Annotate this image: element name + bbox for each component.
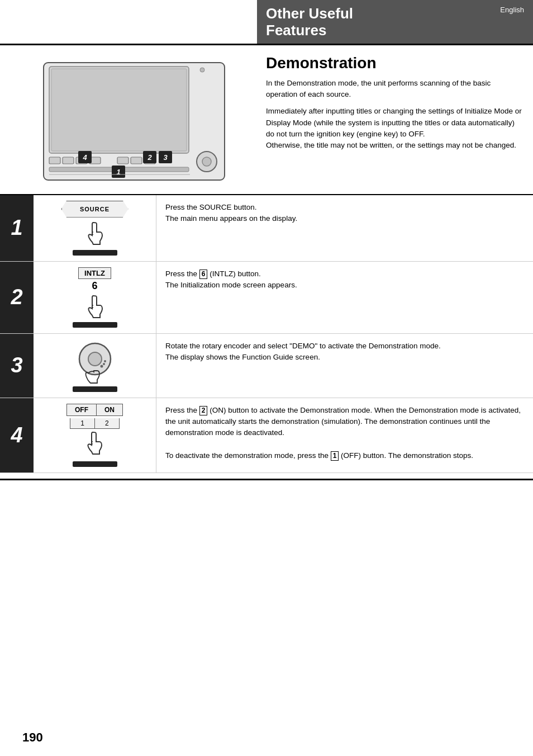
svg-rect-4 <box>49 157 60 164</box>
on-num: 2 <box>95 418 119 428</box>
steps-container: 1 SOURCE Press the SOURCE button.The mai… <box>0 194 533 473</box>
offon-numbers: 1 2 <box>70 418 119 429</box>
header-left-space <box>0 0 257 44</box>
step-4-black-bar <box>73 461 117 467</box>
step-2-description: Press the 6 (INTLZ) button.The Initializ… <box>156 262 533 333</box>
language-label: English <box>500 6 524 14</box>
key-2-boxed: 2 <box>199 406 208 416</box>
off-num: 1 <box>70 418 95 428</box>
bottom-border <box>0 479 533 480</box>
rotary-encoder-icon <box>73 339 117 384</box>
page-title: Other Useful Features <box>266 6 524 39</box>
svg-text:4: 4 <box>82 153 87 162</box>
hand-press-2-icon <box>81 293 109 321</box>
offon-buttons: OFF ON <box>66 404 123 416</box>
svg-text:2: 2 <box>147 153 152 162</box>
off-button-label: OFF <box>67 404 97 415</box>
source-btn-label: SOURCE <box>80 206 110 212</box>
hand-press-icon <box>81 220 109 248</box>
device-illustration: 4 2 3 1 <box>39 60 229 183</box>
offon-wrap: OFF ON 1 2 <box>66 404 123 467</box>
key-6-boxed: 6 <box>199 270 208 280</box>
rotary-encoder-wrap <box>73 339 117 392</box>
step-3-illustration <box>34 334 156 398</box>
svg-point-13 <box>202 157 211 166</box>
svg-text:1: 1 <box>116 168 120 176</box>
svg-point-3 <box>200 68 204 72</box>
step-2-illustration: INTLZ 6 <box>34 262 156 333</box>
step-3-description: Rotate the rotary encoder and select "DE… <box>156 334 533 398</box>
source-button-wrap: SOURCE <box>61 201 129 256</box>
intlz-wrap: INTLZ 6 <box>73 267 117 328</box>
step-1-black-bar <box>73 250 117 256</box>
svg-point-31 <box>104 360 106 362</box>
step-4-number: 4 <box>0 398 34 472</box>
intro-section: 4 2 3 1 Demonstration In the Demonstrati… <box>0 45 533 194</box>
step-4-description: Press the 2 (ON) button to activate the … <box>156 398 533 472</box>
svg-point-30 <box>103 363 105 365</box>
svg-point-28 <box>88 352 102 366</box>
step-1-number: 1 <box>0 195 34 261</box>
step-3-row: 3 Rotate the rotary encoder and select "… <box>0 334 533 398</box>
svg-rect-9 <box>131 157 142 164</box>
on-button-label: ON <box>97 404 122 415</box>
step-1-description: Press the SOURCE button.The main menu ap… <box>156 195 533 261</box>
device-diagram-panel: 4 2 3 1 <box>0 45 257 194</box>
page-header: English Other Useful Features <box>0 0 533 45</box>
step-2-number: 2 <box>0 262 34 333</box>
section-title: Demonstration <box>266 54 522 72</box>
section-desc-1: In the Demonstration mode, the unit perf… <box>266 78 522 101</box>
step-4-row: 4 OFF ON 1 2 Press the 2 <box>0 398 533 473</box>
page-number: 190 <box>22 730 43 745</box>
intlz-label: INTLZ <box>78 267 111 279</box>
step-1-illustration: SOURCE <box>34 195 156 261</box>
step-3-number: 3 <box>0 334 34 398</box>
step-2-black-bar <box>73 322 117 328</box>
key-1-boxed: 1 <box>331 451 339 461</box>
step-2-row: 2 INTLZ 6 Press the 6 (INTLZ) button.The… <box>0 262 533 334</box>
step-3-black-bar <box>73 386 117 392</box>
section-description-panel: Demonstration In the Demonstration mode,… <box>257 45 533 194</box>
source-button-diagram: SOURCE <box>61 201 129 218</box>
svg-rect-5 <box>63 157 74 164</box>
svg-rect-2 <box>51 69 187 151</box>
intlz-num: 6 <box>92 280 97 292</box>
step-1-row: 1 SOURCE Press the SOURCE button.The mai… <box>0 195 533 262</box>
hand-press-4-icon <box>79 431 110 459</box>
step-4-illustration: OFF ON 1 2 <box>34 398 156 472</box>
header-title-block: English Other Useful Features <box>257 0 533 44</box>
svg-rect-8 <box>117 157 129 164</box>
section-desc-2: Immediately after inputting titles or ch… <box>266 106 522 151</box>
svg-point-29 <box>100 365 103 367</box>
svg-text:3: 3 <box>163 153 168 162</box>
